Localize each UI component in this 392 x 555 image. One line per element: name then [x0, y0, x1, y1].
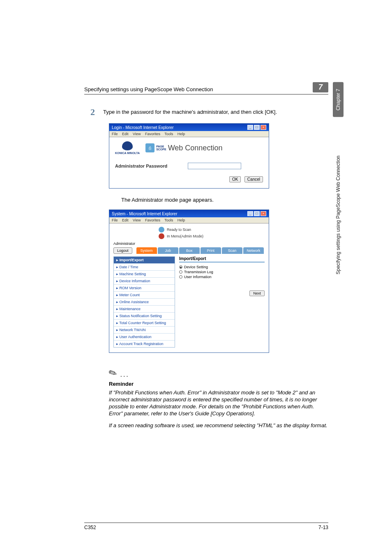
radio-label: Transmission Log — [184, 270, 213, 274]
radio-label: Device Setting — [184, 265, 208, 269]
tab-scan[interactable]: Scan — [222, 247, 242, 254]
ie-menubar: File Edit View Favorites Tools Help — [109, 131, 269, 137]
window-title-2: System - Microsoft Internet Explorer — [112, 212, 178, 216]
tab-system[interactable]: System — [136, 247, 157, 254]
administrator-label: Administrator — [113, 242, 265, 246]
menu-help[interactable]: Help — [178, 132, 185, 136]
footer-right: 7-13 — [318, 525, 328, 530]
step-2: 2 Type in the password for the machine's… — [84, 107, 328, 117]
tab-network[interactable]: Network — [243, 247, 264, 254]
right-margin: Chapter 7 Specifying settings using Page… — [332, 82, 345, 362]
menu-edit[interactable]: Edit — [122, 218, 129, 222]
side-menu: ▸ Import/Export ▸ Date / Time ▸ Machine … — [113, 256, 175, 348]
window-title: Login - Microsoft Internet Explorer — [112, 125, 174, 130]
step-text: Type in the password for the machine's a… — [103, 107, 277, 117]
pencil-icon: ✎ — [107, 366, 119, 380]
radio-device-setting[interactable] — [179, 265, 182, 269]
tab-job[interactable]: Job — [158, 247, 178, 254]
note-body-2: If a screen reading software is used, we… — [109, 422, 328, 429]
page-footer: C352 7-13 — [84, 523, 328, 530]
chapter-number: 7 — [313, 82, 328, 92]
logout-button[interactable]: Logout — [113, 247, 132, 254]
sidebar-item[interactable]: ▸ User Authentication — [114, 333, 175, 340]
chapter-tab: Chapter 7 — [333, 82, 344, 117]
sidebar-item[interactable]: ▸ Meter Count — [114, 291, 175, 298]
sidebar-item[interactable]: ▸ Online Assistance — [114, 298, 175, 305]
maximize-icon[interactable]: □ — [254, 211, 260, 216]
pagescope-logo: ⎙ PAGESCOPE Web Connection — [145, 143, 222, 152]
step-number: 2 — [84, 107, 95, 117]
admin-password-label: Administrator Password — [115, 164, 167, 168]
screenshot-admin-mode: System - Microsoft Internet Explorer _□×… — [109, 210, 269, 353]
radio-transmission-log[interactable] — [179, 270, 182, 274]
sidebar-item[interactable]: ▸ Device Information — [114, 277, 175, 284]
radio-user-information[interactable] — [179, 275, 182, 279]
sidebar-item[interactable]: ▸ Account Track Registration — [114, 340, 175, 347]
note-body-1: If "Prohibit Functions when Auth. Error"… — [109, 389, 328, 417]
menu-tools[interactable]: Tools — [164, 218, 173, 222]
panel-heading: Import/Export — [179, 256, 265, 263]
menu-favorites[interactable]: Favorites — [145, 218, 160, 222]
sidebar-item[interactable]: ▸ Import/Export — [114, 257, 175, 263]
tab-print[interactable]: Print — [201, 247, 221, 254]
sidebar-item[interactable]: ▸ Machine Setting — [114, 270, 175, 277]
status-icon-ready — [159, 227, 164, 233]
window-titlebar: Login - Microsoft Internet Explorer _□× — [109, 124, 269, 131]
result-text: The Administrator mode page appears. — [121, 197, 328, 203]
sidebar-item[interactable]: ▸ Status Notification Setting — [114, 312, 175, 319]
sidebar-item[interactable]: ▸ Date / Time — [114, 263, 175, 270]
note-title: Reminder — [109, 381, 328, 387]
sidebar-item[interactable]: ▸ Network TWAIN — [114, 326, 175, 333]
maximize-icon[interactable]: □ — [254, 125, 260, 130]
sidebar-item[interactable]: ▸ Total Counter Report Setting — [114, 319, 175, 326]
status-ready: Ready to Scan — [167, 228, 191, 232]
next-button[interactable]: Next — [249, 290, 265, 296]
menu-help[interactable]: Help — [178, 218, 185, 222]
minimize-icon[interactable]: _ — [247, 211, 253, 216]
header-title: Specifying settings using PageScope Web … — [84, 86, 304, 92]
header: Specifying settings using PageScope Web … — [84, 82, 328, 94]
tab-box[interactable]: Box — [179, 247, 200, 254]
minimize-icon[interactable]: _ — [247, 125, 253, 130]
footer-left: C352 — [84, 525, 96, 530]
window-titlebar-2: System - Microsoft Internet Explorer _□× — [109, 210, 269, 217]
konica-minolta-logo: KONICA MINOLTA — [115, 141, 140, 154]
menu-favorites[interactable]: Favorites — [145, 132, 160, 136]
side-chapter-title: Specifying settings using PageScope Web … — [335, 124, 341, 305]
menu-file[interactable]: File — [112, 218, 118, 222]
menu-tools[interactable]: Tools — [164, 132, 173, 136]
close-icon[interactable]: × — [261, 125, 266, 130]
reminder-note: ✎ ... Reminder If "Prohibit Functions wh… — [109, 368, 328, 429]
pagescope-icon: ⎙ — [145, 143, 154, 152]
sidebar-item[interactable]: ▸ ROM Version — [114, 284, 175, 291]
ie-menubar-2: File Edit View Favorites Tools Help — [109, 217, 269, 223]
menu-view[interactable]: View — [133, 218, 141, 222]
status-menu: In Menu(Admin Mode) — [167, 234, 203, 238]
radio-label: User Information — [184, 275, 212, 279]
admin-password-input[interactable] — [188, 163, 241, 169]
menu-view[interactable]: View — [133, 132, 141, 136]
menu-edit[interactable]: Edit — [122, 132, 129, 136]
menu-file[interactable]: File — [112, 132, 118, 136]
cancel-button[interactable]: Cancel — [244, 176, 263, 182]
close-icon[interactable]: × — [261, 211, 266, 216]
screenshot-login: Login - Microsoft Internet Explorer _□× … — [109, 123, 269, 189]
sidebar-item[interactable]: ▸ Maintenance — [114, 305, 175, 312]
ok-button[interactable]: OK — [229, 176, 241, 182]
status-icon-menu — [159, 233, 164, 239]
